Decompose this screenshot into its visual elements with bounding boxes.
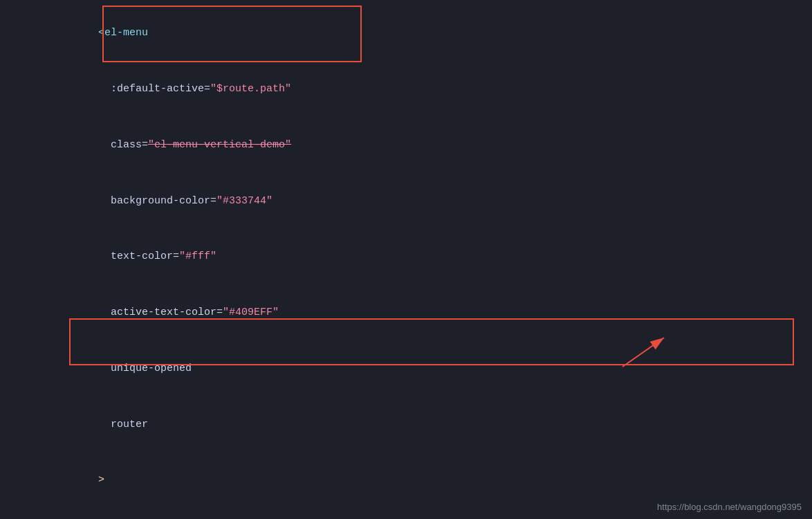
code-line-3: class="el-menu-vertical-demo" [38,118,812,174]
code-line-4: background-color="#333744" [38,173,812,229]
code-line-6: active-text-color="#409EFF" [38,285,812,341]
watermark: https://blog.csdn.net/wangdong9395 [657,502,802,512]
code-line-9: > [38,453,812,509]
code-line-5: text-color="#fff" [38,229,812,285]
code-line-8: router [38,397,812,453]
tag-text: <el-menu [86,27,148,39]
code-line-1: <el-menu [38,6,812,62]
code-line-2: :default-active="$route.path" [38,62,812,118]
code-line-7: unique-opened [38,341,812,397]
